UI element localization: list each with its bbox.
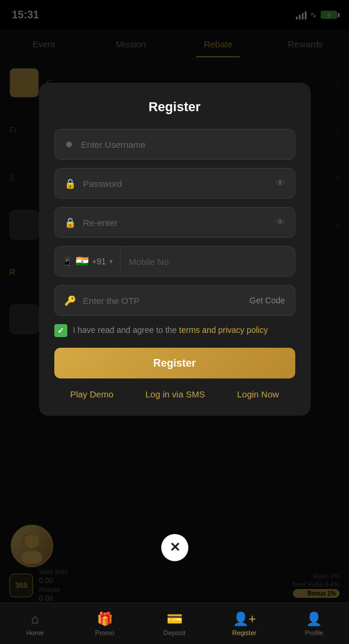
close-icon: ✕	[169, 541, 180, 554]
register-modal: Register ☻ 🔒 👁︎ 🔒 👁︎ 📱 🇮🇳 +91 ▾	[39, 83, 311, 416]
nav-home[interactable]: ⌂ Home	[0, 611, 70, 636]
country-code: +91	[92, 257, 106, 266]
home-icon: ⌂	[31, 611, 38, 627]
eye-icon[interactable]: 👁︎	[276, 178, 285, 189]
bottom-nav: ⌂ Home 🎁 Promo 💳 Deposit 👤+ Register 👤 P…	[0, 603, 349, 644]
modal-title: Register	[54, 99, 295, 115]
mobile-input[interactable]	[120, 257, 294, 267]
nav-register-label: Register	[232, 629, 256, 636]
get-code-button[interactable]: Get Code	[250, 296, 285, 305]
password-field: 🔒 👁︎	[54, 168, 295, 199]
eye-icon-2[interactable]: 👁︎	[276, 217, 285, 228]
nav-promo-label: Promo	[95, 629, 114, 636]
reenter-input[interactable]	[83, 218, 269, 228]
nav-register[interactable]: 👤+ Register	[210, 611, 279, 636]
register-icon: 👤+	[233, 611, 256, 627]
lock-icon: 🔒	[64, 178, 76, 189]
nav-home-label: Home	[26, 629, 43, 636]
close-modal-button[interactable]: ✕	[161, 534, 188, 561]
user-icon: ☻	[64, 139, 74, 150]
nav-deposit-label: Deposit	[164, 629, 185, 636]
password-input[interactable]	[83, 179, 269, 189]
log-in-sms-link[interactable]: Log in via SMS	[145, 389, 205, 399]
terms-link[interactable]: terms and privacy policy	[179, 325, 268, 335]
reenter-field: 🔒 👁︎	[54, 207, 295, 238]
otp-input[interactable]	[83, 296, 250, 306]
terms-checkbox[interactable]: ✓	[54, 324, 67, 337]
gift-icon: 🎁	[97, 611, 113, 627]
chevron-down-icon: ▾	[109, 257, 113, 266]
deposit-icon: 💳	[167, 611, 182, 627]
username-input[interactable]	[81, 140, 285, 150]
register-button[interactable]: Register	[54, 348, 295, 378]
key-icon: 🔑	[64, 295, 76, 306]
phone-icon: 📱	[62, 257, 72, 266]
lock-icon-2: 🔒	[64, 217, 76, 228]
phone-field: 📱 🇮🇳 +91 ▾	[54, 246, 295, 277]
country-code-selector[interactable]: 📱 🇮🇳 +91 ▾	[55, 247, 121, 276]
check-icon: ✓	[57, 326, 64, 335]
play-demo-link[interactable]: Play Demo	[70, 389, 113, 399]
nav-promo[interactable]: 🎁 Promo	[70, 611, 139, 636]
nav-deposit[interactable]: 💳 Deposit	[139, 611, 209, 636]
otp-field: 🔑 Get Code	[54, 285, 295, 316]
terms-row: ✓ I have read and agree to the terms and…	[54, 324, 295, 337]
terms-text: I have read and agree to the terms and p…	[73, 324, 268, 336]
nav-profile-label: Profile	[305, 629, 323, 636]
country-flag: 🇮🇳	[76, 255, 89, 268]
bottom-links: Play Demo Log in via SMS Login Now	[54, 389, 295, 399]
nav-profile[interactable]: 👤 Profile	[279, 611, 349, 636]
username-field: ☻	[54, 129, 295, 160]
profile-icon: 👤	[306, 611, 322, 627]
login-now-link[interactable]: Login Now	[237, 389, 279, 399]
